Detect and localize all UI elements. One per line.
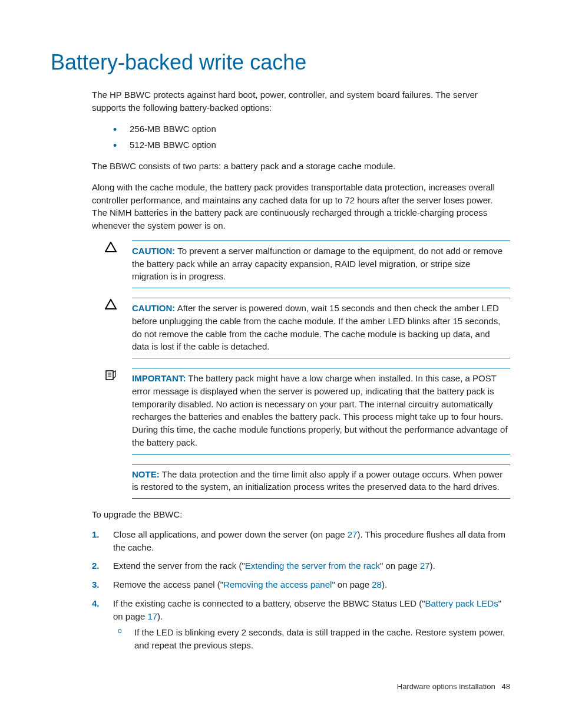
- note-text: The data protection and the time limit a…: [132, 469, 503, 492]
- important-callout: IMPORTANT: The battery pack might have a…: [105, 368, 510, 454]
- step-item: Remove the access panel ("Removing the a…: [92, 578, 510, 591]
- caution-text: After the server is powered down, wait 1…: [132, 303, 500, 351]
- step-item: Extend the server from the rack ("Extend…: [92, 559, 510, 572]
- page-link[interactable]: 17: [147, 611, 157, 621]
- page-footer: Hardware options installation 48: [397, 681, 510, 693]
- page-link[interactable]: 28: [372, 579, 382, 589]
- caution-label: CAUTION:: [132, 303, 175, 313]
- sub-item: If the LED is blinking every 2 seconds, …: [118, 626, 510, 652]
- cross-ref-link[interactable]: Removing the access panel: [223, 579, 332, 589]
- body-paragraph: Along with the cache module, the battery…: [92, 181, 510, 232]
- note-callout: NOTE: The data protection and the time l…: [105, 464, 510, 499]
- note-label: NOTE:: [132, 469, 160, 479]
- note-icon-empty: [105, 464, 132, 465]
- footer-page: 48: [502, 682, 510, 691]
- page-link[interactable]: 27: [420, 561, 430, 571]
- upgrade-intro: To upgrade the BBWC:: [92, 508, 510, 521]
- caution-callout: CAUTION: After the server is powered dow…: [105, 298, 510, 358]
- steps-list: Close all applications, and power down t…: [92, 528, 510, 652]
- important-icon: [105, 368, 132, 384]
- body-paragraph: The BBWC consists of two parts: a batter…: [92, 160, 510, 173]
- cross-ref-link[interactable]: Battery pack LEDs: [425, 598, 498, 608]
- list-item: 256-MB BBWC option: [113, 123, 510, 136]
- options-list: 256-MB BBWC option 512-MB BBWC option: [113, 123, 510, 152]
- caution-callout: CAUTION: To prevent a server malfunction…: [105, 241, 510, 288]
- important-text: The battery pack might have a low charge…: [132, 373, 508, 447]
- caution-icon: [105, 241, 132, 256]
- cross-ref-link[interactable]: Extending the server from the rack: [245, 561, 380, 571]
- caution-label: CAUTION:: [132, 246, 175, 256]
- important-label: IMPORTANT:: [132, 373, 186, 383]
- page-link[interactable]: 27: [348, 529, 358, 539]
- intro-text: The HP BBWC protects against hard boot, …: [92, 88, 510, 114]
- page-title: Battery-backed write cache: [51, 47, 510, 78]
- caution-icon: [105, 298, 132, 313]
- step-item: Close all applications, and power down t…: [92, 528, 510, 554]
- caution-text: To prevent a server malfunction or damag…: [132, 246, 503, 282]
- step-item: If the existing cache is connected to a …: [92, 597, 510, 652]
- footer-section: Hardware options installation: [397, 682, 495, 691]
- list-item: 512-MB BBWC option: [113, 139, 510, 151]
- sub-list: If the LED is blinking every 2 seconds, …: [118, 626, 510, 652]
